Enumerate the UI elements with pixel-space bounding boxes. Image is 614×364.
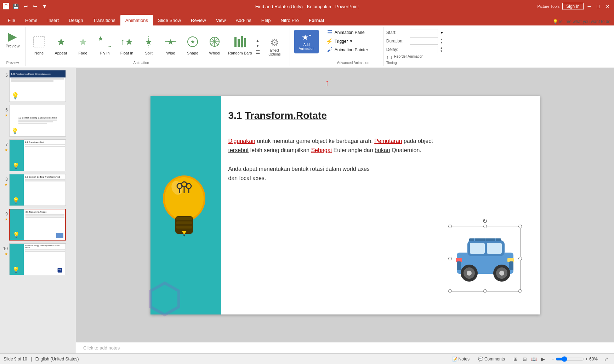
fit-window-button[interactable]: ⤢ bbox=[602, 356, 610, 363]
anim-randombars-button[interactable]: Random Bars bbox=[226, 32, 254, 57]
anim-shape-button[interactable]: ★ Shape bbox=[182, 32, 203, 57]
reorder-up-icon[interactable]: ↑ bbox=[386, 54, 389, 60]
tab-addins[interactable]: Add-ins bbox=[231, 15, 256, 25]
comments-button[interactable]: 💬 Comments bbox=[476, 356, 507, 362]
tab-animations[interactable]: Animations bbox=[120, 15, 153, 25]
anim-appear-button[interactable]: ★ Appear bbox=[50, 32, 72, 57]
delay-input[interactable] bbox=[410, 46, 438, 53]
duration-label: Duration: bbox=[386, 39, 408, 44]
slide-thumbnail[interactable]: 3.0 Contoh Coding Transform.Find 💡 bbox=[9, 174, 66, 206]
slideshow-button[interactable]: ▶ bbox=[539, 356, 547, 363]
zoom-slider[interactable] bbox=[556, 356, 584, 362]
slide-number: 6 bbox=[2, 106, 8, 112]
reorder-down-icon[interactable]: ↓ bbox=[390, 54, 393, 60]
anim-flyin-button[interactable]: ★ → Fly In bbox=[94, 32, 115, 57]
svg-rect-30 bbox=[176, 226, 192, 229]
handle-top-right[interactable] bbox=[518, 225, 522, 228]
thumb-header: 1.02 Pendalaman Dasar Object dan Asset bbox=[10, 70, 66, 77]
svg-rect-13 bbox=[238, 39, 240, 47]
slide-item[interactable]: 6 ★ 1.2 Contoh Coding GameObjects Find 💡 bbox=[1, 104, 74, 137]
tab-slideshow[interactable]: Slide Show bbox=[153, 15, 186, 25]
scroll-down-button[interactable]: ▼ bbox=[255, 44, 261, 48]
anim-split-button[interactable]: ★ Split bbox=[138, 32, 159, 57]
handle-bot-left[interactable] bbox=[448, 289, 452, 293]
slide-item[interactable]: 7 ★ 2.1 Transform.Find 💡 bbox=[1, 139, 74, 172]
svg-rect-14 bbox=[241, 36, 243, 47]
start-input[interactable] bbox=[410, 29, 438, 36]
minimize-icon[interactable]: ─ bbox=[586, 3, 593, 10]
sign-in-button[interactable]: Sign In bbox=[562, 3, 583, 10]
slide-item-active[interactable]: 9 ★ 3.1 Transform.Rotate 💡 bbox=[1, 208, 74, 241]
tab-help[interactable]: Help bbox=[256, 15, 276, 25]
add-animation-button[interactable]: ★+ AddAnimation bbox=[294, 30, 318, 53]
anim-none-label: None bbox=[34, 51, 44, 55]
trigger-button[interactable]: ⚡ Trigger ▼ bbox=[326, 37, 353, 45]
handle-top-mid[interactable] bbox=[483, 225, 487, 228]
thumb-text-content: World dari menggunakan Quaternion Rotasi… bbox=[25, 244, 65, 253]
slide-thumbnail[interactable]: World dari menggunakan Quaternion Rotasi… bbox=[9, 243, 66, 275]
svg-rect-12 bbox=[234, 37, 237, 47]
handle-bot-right[interactable] bbox=[518, 289, 522, 293]
quick-save-icon[interactable]: 💾 bbox=[11, 3, 20, 10]
ribbon: ▶ Preview Preview None ★ Appear bbox=[0, 25, 614, 68]
effect-options-button[interactable]: ⚙ EffectOptions bbox=[262, 35, 287, 58]
scroll-up-button[interactable]: ▲ bbox=[255, 38, 261, 43]
rotate-handle[interactable]: ↻ bbox=[482, 217, 488, 225]
tab-transitions[interactable]: Transitions bbox=[88, 15, 120, 25]
handle-mid-right[interactable] bbox=[518, 257, 522, 260]
quick-customize-icon[interactable]: ▼ bbox=[41, 3, 49, 10]
anim-none-button[interactable]: None bbox=[28, 32, 50, 57]
tell-me-search[interactable]: 💡 Tell me what you want to do bbox=[549, 18, 614, 25]
tab-home[interactable]: Home bbox=[20, 15, 42, 25]
slide-title: 3.1 Transform.Rotate bbox=[228, 110, 327, 121]
thumb-car-icon bbox=[56, 233, 63, 238]
tab-nitropro[interactable]: Nitro Pro bbox=[276, 15, 304, 25]
close-icon[interactable]: ✕ bbox=[604, 3, 611, 10]
tab-format[interactable]: Format bbox=[304, 15, 329, 25]
anim-randombars-label: Random Bars bbox=[228, 51, 252, 55]
anim-wipe-button[interactable]: ★ Wipe bbox=[160, 32, 181, 57]
delay-down-button[interactable]: ▼ bbox=[440, 50, 443, 53]
preview-button[interactable]: ▶ Preview bbox=[3, 28, 22, 50]
scroll-more-button[interactable]: ☰ bbox=[255, 49, 261, 55]
reading-view-button[interactable]: 📖 bbox=[530, 356, 538, 363]
slide-thumbnail[interactable]: 2.1 Transform.Find 💡 bbox=[9, 139, 66, 171]
handle-mid-left[interactable] bbox=[448, 257, 452, 260]
slide-item[interactable]: 5 1.02 Pendalaman Dasar Object dan Asset… bbox=[1, 69, 74, 103]
car-container[interactable]: ↻ bbox=[451, 228, 519, 290]
quick-undo-icon[interactable]: ↩ bbox=[22, 3, 29, 10]
handle-bot-mid[interactable] bbox=[483, 289, 487, 293]
maximize-icon[interactable]: □ bbox=[596, 3, 601, 10]
animation-painter-button[interactable]: 🖌 Animation Painter bbox=[326, 46, 368, 54]
tab-file[interactable]: File bbox=[3, 15, 20, 25]
slide-item[interactable]: 10 ★ World dari menggunakan Quaternion R… bbox=[1, 243, 74, 276]
anim-floatin-button[interactable]: ↑★ Float In bbox=[116, 32, 137, 57]
tab-design[interactable]: Design bbox=[64, 15, 88, 25]
notes-area[interactable]: Click to add notes bbox=[76, 342, 614, 353]
start-dropdown-icon[interactable]: ▼ bbox=[440, 31, 444, 35]
slide-thumbnail[interactable]: 3.1 Transform.Rotate 💡 bbox=[9, 209, 66, 241]
anim-wheel-button[interactable]: Wheel bbox=[204, 32, 225, 57]
duration-up-button[interactable]: ▲ bbox=[440, 38, 443, 41]
anim-fade-button[interactable]: ★ Fade bbox=[72, 32, 93, 57]
slide-item[interactable]: 8 ★ 3.0 Contoh Coding Transform.Find 💡 bbox=[1, 173, 74, 207]
handle-top-left[interactable] bbox=[448, 225, 452, 228]
slide-thumbnail[interactable]: 1.2 Contoh Coding GameObjects Find 💡 bbox=[9, 105, 66, 137]
delay-up-button[interactable]: ▲ bbox=[440, 46, 443, 50]
animation-pane-button[interactable]: ☰ Animation Pane bbox=[326, 28, 365, 36]
tab-view[interactable]: View bbox=[211, 15, 231, 25]
anim-shape-label: Shape bbox=[187, 51, 198, 55]
zoom-in-button[interactable]: + bbox=[585, 357, 588, 362]
status-right: 📝 Notes 💬 Comments ⊞ ⊟ 📖 ▶ − + 60% ⤢ bbox=[450, 356, 610, 363]
slide-thumbnail[interactable]: 1.02 Pendalaman Dasar Object dan Asset 💡 bbox=[9, 70, 66, 102]
normal-view-button[interactable]: ⊞ bbox=[511, 356, 520, 363]
zoom-out-button[interactable]: − bbox=[552, 357, 554, 362]
language-indicator: English (United States) bbox=[35, 357, 79, 362]
slide-sorter-button[interactable]: ⊟ bbox=[521, 356, 529, 363]
tab-insert[interactable]: Insert bbox=[42, 15, 64, 25]
tab-review[interactable]: Review bbox=[186, 15, 211, 25]
duration-down-button[interactable]: ▼ bbox=[440, 41, 443, 44]
notes-button[interactable]: 📝 Notes bbox=[450, 356, 472, 362]
duration-input[interactable] bbox=[410, 37, 438, 45]
quick-redo-icon[interactable]: ↪ bbox=[32, 3, 39, 10]
